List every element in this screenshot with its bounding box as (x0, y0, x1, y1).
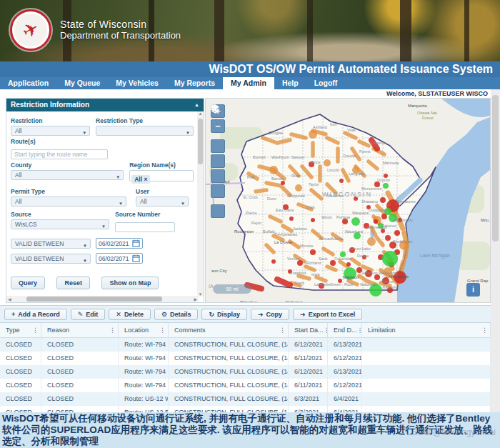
restriction-marker-red[interactable] (289, 216, 294, 221)
region-field[interactable]: All × (129, 170, 194, 181)
map-label: Pepin (251, 221, 261, 225)
previous-extent-button[interactable] (211, 154, 225, 168)
restriction-marker-red[interactable] (346, 262, 351, 267)
table-cell: Route: WI-794 ... (119, 352, 169, 365)
reset-button[interactable]: Reset (56, 277, 90, 289)
column-header-start-da[interactable]: Start Da...⋮ (289, 323, 328, 337)
add-a-record-button[interactable]: +Add a Record (4, 309, 67, 320)
nav-item-logoff[interactable]: Logoff (306, 77, 346, 89)
column-menu-icon[interactable]: ⋮ (32, 327, 39, 334)
collapse-icon[interactable]: ▲ (194, 99, 199, 111)
date-field-end[interactable]: 06/02/2071 (96, 253, 143, 264)
valid-between-select-2[interactable]: VALID BETWEEN▼ (11, 254, 91, 264)
column-header-location[interactable]: Location⋮ (119, 323, 169, 337)
routes-input[interactable] (11, 149, 108, 159)
show-on-map-button[interactable]: Show on Map (101, 277, 159, 289)
panel-header[interactable]: Restriction Information ▲ (6, 99, 204, 111)
column-menu-icon[interactable]: ⋮ (279, 327, 286, 334)
scroll-right-arrow[interactable]: ▶ (194, 297, 197, 302)
restriction-marker-green[interactable] (382, 251, 398, 267)
column-header-type[interactable]: Type⋮ (0, 323, 41, 337)
region-label: Region Name(s) (129, 161, 194, 169)
permit-type-select[interactable]: All▼ (11, 196, 126, 206)
column-menu-icon[interactable]: ⋮ (109, 327, 116, 334)
chevron-down-icon: ▼ (83, 257, 87, 265)
date-field-start[interactable]: 06/02/2021 (96, 238, 143, 249)
column-header-reason[interactable]: Reason⋮ (41, 323, 119, 337)
table-row[interactable]: CLOSEDCLOSEDRoute: US-12 E...CONSTRUCTIO… (0, 406, 491, 412)
page-scrollbar[interactable] (491, 89, 500, 412)
copy-button[interactable]: ➔Copy (251, 309, 289, 320)
restriction-select[interactable]: All▼ (11, 126, 90, 136)
scroll-left-arrow[interactable]: ◀ (8, 297, 11, 302)
map-info-button[interactable]: i (466, 283, 480, 297)
restriction-marker-red[interactable] (281, 181, 285, 185)
restriction-marker-red[interactable] (374, 274, 380, 280)
column-header-end-d[interactable]: End D...⋮ (328, 323, 362, 337)
restriction-marker-red[interactable] (380, 197, 386, 203)
table-cell: CONSTRUCTION, FULL CLOSURE, (148843-10) … (169, 379, 289, 392)
region-tag[interactable]: All × (131, 175, 150, 184)
source-number-input[interactable] (115, 222, 175, 232)
restriction-marker-green[interactable] (351, 217, 360, 226)
panel-horizontal-scrollbar[interactable]: ◀ ▶ (6, 296, 199, 302)
map-label: Vilas (347, 128, 356, 132)
export-to-excel-button[interactable]: ➔Export to Excel (293, 309, 362, 320)
nav-item-application[interactable]: Application (0, 77, 56, 89)
table-row[interactable]: CLOSEDCLOSEDRoute: WI-794 ...CONSTRUCTIO… (0, 365, 491, 379)
nav-item-my-reports[interactable]: My Reports (166, 77, 223, 89)
scroll-thumb[interactable] (26, 297, 162, 302)
restriction-marker-red[interactable] (297, 260, 303, 266)
panel-vertical-scrollbar[interactable]: ▲ ▼ (197, 111, 204, 297)
table-row[interactable]: CLOSEDCLOSEDRoute: WI-794 ...CONSTRUCTIO… (0, 379, 491, 392)
full-extent-button[interactable] (211, 139, 225, 153)
column-menu-icon[interactable]: ⋮ (159, 327, 166, 334)
county-select[interactable]: All▼ (11, 170, 124, 180)
column-header-comments[interactable]: Comments⋮ (169, 323, 289, 337)
table-row[interactable]: CLOSEDCLOSEDRoute: US-12 W...CONSTRUCTIO… (0, 392, 491, 406)
column-header-limitation[interactable]: Limitation⋮ (362, 323, 491, 337)
restriction-marker-red[interactable] (339, 179, 344, 183)
restriction-marker-red[interactable] (310, 249, 316, 255)
valid-between-select-1[interactable]: VALID BETWEEN▼ (11, 239, 91, 249)
display-button[interactable]: ↻Display (201, 309, 247, 320)
restriction-marker-red[interactable] (394, 230, 400, 236)
user-select[interactable]: All▼ (136, 196, 189, 206)
button-label: Delete (124, 311, 144, 318)
restriction-marker-red[interactable] (330, 260, 336, 266)
nav-item-my-queue[interactable]: My Queue (56, 77, 108, 89)
zoom-out-button[interactable]: − (211, 119, 225, 133)
column-label: Location (124, 327, 149, 334)
nav-item-my-admin[interactable]: My Admin (223, 77, 274, 89)
source-select[interactable]: WisLCS▼ (11, 219, 109, 229)
query-button[interactable]: Query (11, 277, 45, 289)
edit-button[interactable]: ✎Edit (71, 309, 106, 320)
layers-button[interactable] (211, 204, 225, 218)
restriction-marker-red[interactable] (311, 218, 315, 222)
delete-button[interactable]: ✕Delete (109, 309, 151, 320)
table-row[interactable]: CLOSEDCLOSEDRoute: WI-794 ...CONSTRUCTIO… (0, 338, 491, 352)
column-menu-icon[interactable]: ⋮ (481, 327, 488, 334)
scroll-up-arrow[interactable]: ▲ (197, 111, 204, 116)
table-row[interactable]: CLOSEDCLOSEDRoute: WI-794 ...CONSTRUCTIO… (0, 352, 491, 365)
map-label: Burnett (253, 155, 266, 159)
restriction-marker-red[interactable] (374, 219, 378, 224)
nav-item-my-vehicles[interactable]: My Vehicles (108, 77, 166, 89)
table-cell: CLOSED (0, 365, 41, 379)
calendar-icon[interactable] (132, 254, 140, 262)
restriction-marker-red[interactable] (342, 219, 348, 224)
identify-tool-button[interactable] (211, 184, 225, 198)
calendar-icon[interactable] (132, 239, 140, 247)
restriction-type-select[interactable]: ▼ (96, 126, 194, 136)
restriction-marker-red[interactable] (385, 235, 391, 241)
scroll-thumb[interactable] (492, 95, 499, 242)
restriction-marker-red[interactable] (271, 259, 276, 264)
grid-toolbar: +Add a Record✎Edit✕Delete⚙Details↻Displa… (0, 305, 500, 323)
restriction-marker-green[interactable] (383, 183, 389, 189)
column-menu-icon[interactable]: ⋮ (357, 327, 362, 334)
scroll-thumb[interactable] (198, 119, 203, 164)
nav-item-help[interactable]: Help (274, 77, 306, 89)
details-button[interactable]: ⚙Details (154, 309, 199, 320)
select-tool-button[interactable] (211, 169, 225, 183)
restriction-map[interactable]: DouglasAshlandIronVilasFlorenceBurnettWa… (205, 98, 491, 303)
